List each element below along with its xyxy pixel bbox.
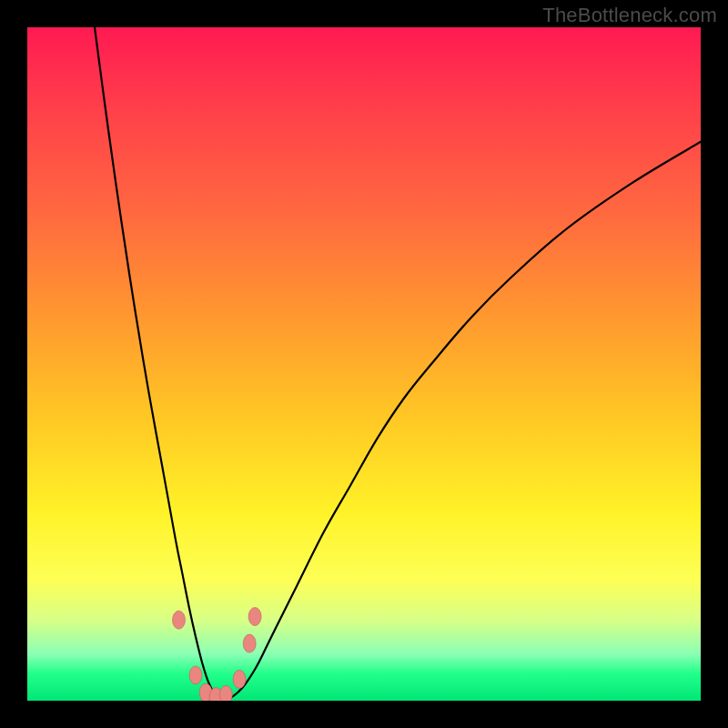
data-marker (189, 666, 202, 684)
curve-svg (27, 27, 701, 701)
curve-markers (173, 608, 262, 702)
data-marker (173, 611, 186, 629)
data-marker (243, 634, 256, 652)
data-marker (219, 685, 232, 701)
data-marker (248, 608, 261, 626)
chart-frame: TheBottleneck.com (0, 0, 728, 728)
watermark-text: TheBottleneck.com (542, 4, 717, 27)
data-marker (233, 670, 246, 688)
plot-area (27, 27, 701, 701)
bottleneck-curve (95, 27, 701, 700)
